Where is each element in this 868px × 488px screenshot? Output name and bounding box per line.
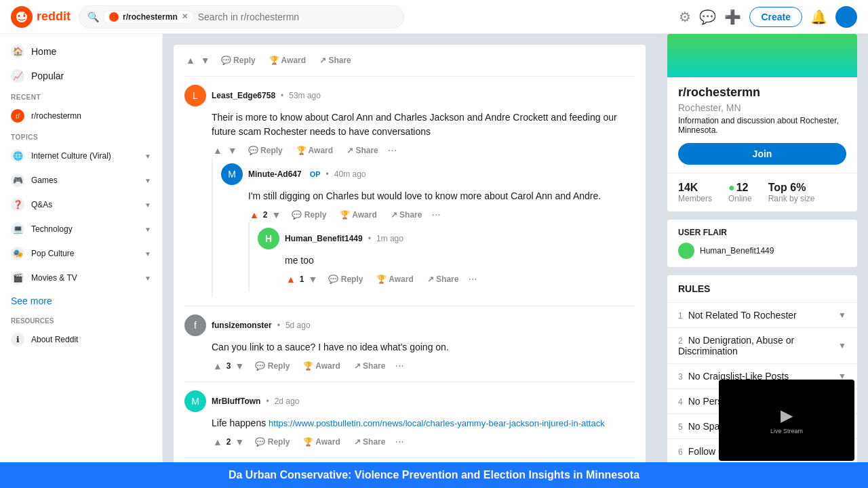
upvote-button[interactable]: ▲: [212, 435, 224, 449]
vote-count: 2: [226, 437, 231, 447]
search-bar[interactable]: 🔍 r/rochestermn ✕: [79, 5, 404, 28]
award-button[interactable]: 🏆 Award: [372, 272, 417, 287]
reply-button[interactable]: 💬 Reply: [217, 53, 260, 68]
comment-author[interactable]: Least_Edge6758: [212, 91, 275, 100]
comment-author[interactable]: funsizemonster: [212, 321, 272, 330]
award-button[interactable]: 🏆 Award: [336, 207, 380, 222]
downvote-button[interactable]: ▼: [307, 272, 319, 286]
subreddit-icon: r/: [11, 109, 24, 123]
downvote-button[interactable]: ▼: [234, 435, 246, 449]
divider: [184, 382, 635, 382]
downvote-button[interactable]: ▼: [234, 359, 246, 373]
subreddit-pill[interactable]: r/rochestermn ✕: [103, 10, 194, 24]
sidebar-item-qas[interactable]: ❓ Q&As ▼: [0, 192, 162, 217]
reply-button[interactable]: 💬 Reply: [324, 272, 367, 287]
reply-button[interactable]: 💬 Reply: [244, 143, 287, 158]
comment-link[interactable]: https://www.postbulletin.com/news/local/…: [269, 418, 605, 428]
more-options-button[interactable]: ···: [395, 360, 403, 372]
reply-button[interactable]: 💬 Reply: [251, 434, 294, 449]
sidebar-item-games[interactable]: 🎮 Games ▼: [0, 168, 162, 192]
comment-author[interactable]: Human_Benefit1449: [285, 234, 363, 243]
comment-timestamp: 1m ago: [376, 234, 403, 243]
share-button[interactable]: ↗ Share: [350, 359, 390, 373]
comment-item: H Human_Benefit1449 • 1m ago me too ▲: [258, 222, 635, 292]
award-button[interactable]: 🏆 Award: [292, 143, 337, 158]
bell-icon[interactable]: 🔔: [810, 9, 827, 25]
rule-item-2[interactable]: 2No Denigration, Abuse or Discrimination…: [667, 328, 857, 364]
more-options-button[interactable]: ···: [468, 273, 477, 285]
award-button[interactable]: 🏆 Award: [265, 53, 310, 68]
more-options-button[interactable]: ···: [388, 144, 397, 157]
comment-body: Life happens https://www.postbulletin.co…: [212, 416, 635, 430]
comment-author[interactable]: Minute-Ad647: [248, 169, 302, 179]
upvote-button[interactable]: ▲: [285, 272, 297, 286]
sidebar-item-technology[interactable]: 💻 Technology ▼: [0, 217, 162, 241]
comment-time: •: [326, 169, 329, 179]
partial-comment-actions: ▲ ▼ 💬 Reply 🏆 Award ↗ Share: [184, 53, 635, 68]
share-button[interactable]: ↗ Share: [423, 272, 463, 287]
comment-body: Can you link to a sauce? I have no idea …: [212, 340, 635, 354]
sidebar-item-internet-culture[interactable]: 🌐 Internet Culture (Viral) ▼: [0, 144, 162, 168]
home-label: Home: [31, 46, 151, 57]
award-button[interactable]: 🏆 Award: [299, 359, 344, 373]
internet-culture-label: Internet Culture (Viral): [31, 151, 138, 161]
sidebar-item-rochestermn[interactable]: r/ r/rochestermn: [0, 104, 162, 128]
share-button[interactable]: ↗ Share: [315, 53, 355, 68]
sidebar-item-pop-culture[interactable]: 🎭 Pop Culture ▼: [0, 241, 162, 266]
comment-timestamp: 5d ago: [285, 321, 311, 330]
vote-count: 2: [263, 210, 268, 220]
rank-label: Rank by size: [768, 194, 815, 203]
top-navigation: reddit 🔍 r/rochestermn ✕ ⚙ 💬 ➕ Create 🔔: [0, 0, 868, 34]
close-pill-icon[interactable]: ✕: [182, 12, 188, 21]
upvote-button[interactable]: ▲: [212, 359, 224, 373]
user-avatar[interactable]: [835, 6, 857, 28]
logo-text: reddit: [37, 9, 71, 24]
sidebar-item-about-reddit[interactable]: ℹ About Reddit: [0, 327, 162, 352]
downvote-button[interactable]: ▼: [271, 208, 283, 222]
share-button[interactable]: ↗ Share: [387, 207, 427, 222]
stats-row: 14K Members ●12 Online Top 6% Rank by si…: [667, 173, 857, 211]
comment-body: me too: [285, 253, 635, 268]
settings-icon[interactable]: ⚙: [679, 9, 691, 25]
banner-text: Da Urban Conservative: Violence Preventi…: [229, 469, 639, 481]
technology-label: Technology: [31, 224, 138, 234]
more-options-button[interactable]: ···: [431, 209, 440, 221]
create-button[interactable]: Create: [749, 7, 802, 27]
avatar: H: [258, 228, 279, 249]
logo-area[interactable]: reddit: [11, 6, 71, 28]
see-more-link[interactable]: See more: [0, 290, 162, 312]
comment-time: •: [368, 234, 371, 243]
more-options-button[interactable]: ···: [395, 436, 403, 448]
chat-icon[interactable]: 💬: [699, 9, 716, 25]
share-button[interactable]: ↗ Share: [342, 143, 382, 158]
comment-item: M Minute-Ad647 OP • 40m ago I'm still di…: [221, 158, 635, 298]
comment-actions: ▲ 2 ▼ 💬 Reply 🏆 Award ↗ Share ···: [212, 434, 635, 449]
comment-time: •: [281, 91, 283, 100]
upvote-button[interactable]: ▲: [212, 144, 224, 157]
reply-button[interactable]: 💬 Reply: [288, 207, 330, 222]
comment-actions: ▲ 2 ▼ 💬 Reply 🏆 Award ↗ Share ···: [248, 207, 635, 222]
share-button[interactable]: ↗ Share: [350, 434, 390, 449]
bottom-banner: Da Urban Conservative: Violence Preventi…: [0, 462, 868, 488]
upvote-button[interactable]: ▲: [184, 54, 197, 67]
home-icon: 🏠: [11, 45, 24, 58]
search-input[interactable]: [198, 12, 395, 22]
reply-button[interactable]: 💬 Reply: [251, 359, 294, 373]
add-icon[interactable]: ➕: [724, 9, 741, 25]
join-button[interactable]: Join: [678, 143, 846, 165]
video-overlay[interactable]: ▶ Live Stream: [719, 380, 854, 461]
sidebar-item-movies-tv[interactable]: 🎬 Movies & TV ▼: [0, 266, 162, 290]
upvote-button[interactable]: ▲: [248, 208, 260, 222]
vote-count: 3: [226, 361, 231, 371]
comments-container: ▲ ▼ 💬 Reply 🏆 Award ↗ Share L Least_Edge…: [174, 45, 646, 488]
downvote-button[interactable]: ▼: [199, 54, 212, 67]
downvote-button[interactable]: ▼: [226, 144, 239, 157]
rule-item-1[interactable]: 1Not Related To Rochester ▼: [667, 303, 857, 328]
comment-author[interactable]: MrBluffTown: [212, 396, 260, 406]
sidebar-item-popular[interactable]: 📈 Popular: [0, 64, 162, 88]
sidebar-item-home[interactable]: 🏠 Home: [0, 39, 162, 64]
rules-title: RULES: [667, 275, 857, 303]
award-button[interactable]: 🏆 Award: [299, 434, 344, 449]
comment-text: Life happens: [212, 418, 269, 428]
topics-section-title: TOPICS: [0, 128, 162, 144]
